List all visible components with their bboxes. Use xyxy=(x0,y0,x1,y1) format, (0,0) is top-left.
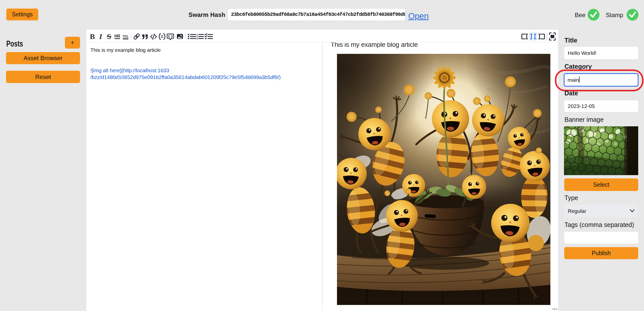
svg-text:I: I xyxy=(99,32,102,41)
svg-text:B: B xyxy=(90,32,95,41)
svg-text:HR: HR xyxy=(114,34,120,38)
svg-text:TITL: TITL xyxy=(123,35,129,38)
svg-text:3: 3 xyxy=(197,37,198,40)
